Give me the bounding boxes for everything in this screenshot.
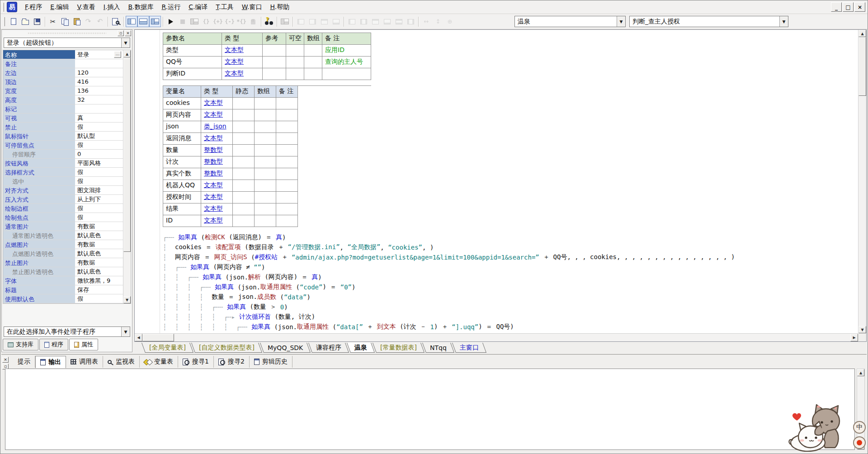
table-cell[interactable]: 授权时间 <box>163 192 201 203</box>
doc-tab-常量数据表[interactable]: [常量数据表] <box>373 343 425 353</box>
menu-item-R[interactable]: R.运行 <box>157 1 184 13</box>
table-cell[interactable] <box>255 203 276 215</box>
tab-属性[interactable]: 属性 <box>69 339 98 350</box>
scroll-up-icon[interactable]: ▲ <box>123 50 131 57</box>
table-cell[interactable]: 类_json <box>201 121 233 133</box>
find-button[interactable] <box>110 16 122 27</box>
undo-button[interactable]: ↶ <box>94 16 106 27</box>
code-line[interactable]: ┆┆┆┆┆┆┌╌╌ 如果真 (json.取通用属性 (“data[” ＋ 到文本… <box>163 322 735 332</box>
property-value[interactable]: 416 <box>75 77 123 86</box>
code-line[interactable]: ┆┆┌╌╌ 如果真 (json.解析 (网页内容) ＝ 真) <box>163 272 735 282</box>
table-cell[interactable] <box>263 45 286 57</box>
table-cell[interactable]: 类型 <box>163 45 222 57</box>
table-cell[interactable]: 文本型 <box>201 215 233 227</box>
doc-tab-温泉[interactable]: 温泉 <box>347 343 375 353</box>
table-cell[interactable]: 判断ID <box>163 68 222 80</box>
chevron-down-icon[interactable]: ▼ <box>121 38 130 47</box>
property-value[interactable]: 默认底色 <box>75 267 123 276</box>
table-cell[interactable] <box>263 68 286 80</box>
table-cell[interactable]: 真实个数 <box>163 168 201 180</box>
code-line[interactable]: ┆┌╌╌ 如果真 (网页内容 ≠ “”) <box>163 262 735 272</box>
table-cell[interactable]: 数量 <box>163 145 201 156</box>
tab-支持库[interactable]: 支持库 <box>3 339 38 350</box>
table-cell[interactable]: 文本型 <box>222 68 263 80</box>
property-value[interactable]: 假 <box>75 204 123 213</box>
table-cell[interactable] <box>276 203 298 215</box>
ellipsis-button[interactable]: … <box>114 51 121 58</box>
table-cell[interactable] <box>233 192 255 203</box>
code-line[interactable]: ┆网页内容 ＝ 网页_访问S (#授权站 ＋ “admin/ajax.php?m… <box>163 252 735 262</box>
project-combo[interactable]: 温泉 ▼ <box>514 16 626 27</box>
insert-row-button[interactable] <box>318 16 330 27</box>
menu-item-I[interactable]: I.插入 <box>99 1 124 13</box>
table-cell[interactable] <box>322 68 371 80</box>
property-value[interactable] <box>75 59 123 68</box>
table-cell[interactable]: 计次 <box>163 156 201 168</box>
menu-item-F[interactable]: F.程序 <box>21 1 46 13</box>
property-value[interactable]: 有数据 <box>75 222 123 231</box>
scroll-up-icon[interactable]: ▲ <box>859 30 866 37</box>
table-cell[interactable] <box>276 180 298 192</box>
doc-tab-主窗口[interactable]: 主窗口 <box>452 343 486 353</box>
property-value[interactable]: 平面风格 <box>75 159 123 167</box>
table-cell[interactable] <box>276 121 298 133</box>
menubar-grip[interactable] <box>3 3 5 12</box>
ime-language-button[interactable]: 中 <box>853 421 866 434</box>
table-cell[interactable] <box>276 192 298 203</box>
table-cell[interactable]: cookies <box>163 98 201 109</box>
table-cell[interactable]: 机器人QQ <box>163 180 201 192</box>
property-value[interactable]: 假 <box>75 294 123 303</box>
menu-item-B[interactable]: B.数据库 <box>124 1 157 13</box>
property-value[interactable]: 默认底色 <box>75 231 123 240</box>
property-value[interactable]: 假 <box>75 213 123 222</box>
table-cell[interactable] <box>304 57 322 68</box>
table-cell[interactable] <box>255 156 276 168</box>
table-cell[interactable] <box>255 192 276 203</box>
table-cell[interactable]: 整数型 <box>201 145 233 156</box>
output-tab-调用表[interactable]: 调用表 <box>66 356 103 368</box>
property-value[interactable]: 120 <box>75 68 123 77</box>
save-file-button[interactable] <box>31 16 43 27</box>
panel-close-button[interactable]: × <box>125 30 131 36</box>
table-cell[interactable] <box>255 109 276 121</box>
table-cell[interactable] <box>255 121 276 133</box>
align-top-button[interactable] <box>369 16 381 27</box>
code-line[interactable]: ┆cookies ＝ 读配置项 (数据目录 ＋ “/管理数据.ini”, “全局… <box>163 242 735 252</box>
property-value[interactable]: 有数据 <box>75 240 123 249</box>
table-cell[interactable] <box>233 180 255 192</box>
fit-width-button[interactable]: ↔ <box>420 16 432 27</box>
chevron-down-icon[interactable]: ▼ <box>121 327 130 336</box>
table-cell[interactable] <box>233 156 255 168</box>
redo-button[interactable]: ↷ <box>82 16 94 27</box>
close-button[interactable]: × <box>854 2 865 12</box>
output-tab-剪辑历史[interactable]: 剪辑历史 <box>250 356 292 368</box>
property-value[interactable]: 假 <box>75 177 123 185</box>
property-value[interactable] <box>75 104 123 113</box>
table-cell[interactable] <box>263 57 286 68</box>
doc-tab-全局变量表[interactable]: [全局变量表] <box>142 343 193 353</box>
property-value[interactable]: 136 <box>75 86 123 95</box>
debug-window-button[interactable] <box>189 16 200 27</box>
delete-row-button[interactable] <box>330 16 342 27</box>
table-cell[interactable] <box>304 45 322 57</box>
output-close-button[interactable]: × <box>2 357 9 363</box>
property-value[interactable]: 从上到下 <box>75 195 123 203</box>
output-tab-搜寻1[interactable]: 搜寻1 <box>178 356 214 368</box>
menu-item-W[interactable]: W.窗口 <box>238 1 266 13</box>
center-form-button[interactable]: ⊕ <box>444 16 456 27</box>
table-cell[interactable]: QQ号 <box>163 57 222 68</box>
layout-left-panel-toggle[interactable] <box>126 16 137 27</box>
event-selector[interactable]: 在此处选择加入事件处理子程序 ▼ <box>4 326 130 337</box>
table-cell[interactable]: 应用ID <box>322 45 371 57</box>
output-tab-监视表[interactable]: 监视表 <box>103 356 140 368</box>
table-cell[interactable] <box>255 145 276 156</box>
editor-horizontal-scrollbar[interactable]: ◀ ▶ <box>135 333 858 341</box>
table-cell[interactable] <box>276 145 298 156</box>
menu-item-C[interactable]: C.编译 <box>184 1 212 13</box>
scroll-left-icon[interactable]: ◀ <box>135 334 142 341</box>
code-editor-content[interactable]: 参数名类 型参考可空数组备 注类型文本型应用IDQQ号文本型查询的主人号判断ID… <box>135 30 858 333</box>
ime-mode-button[interactable] <box>853 436 866 449</box>
table-cell[interactable]: ID <box>163 215 201 227</box>
paste-button[interactable] <box>71 16 82 27</box>
panel-float-button[interactable]: ▫ <box>118 30 124 36</box>
